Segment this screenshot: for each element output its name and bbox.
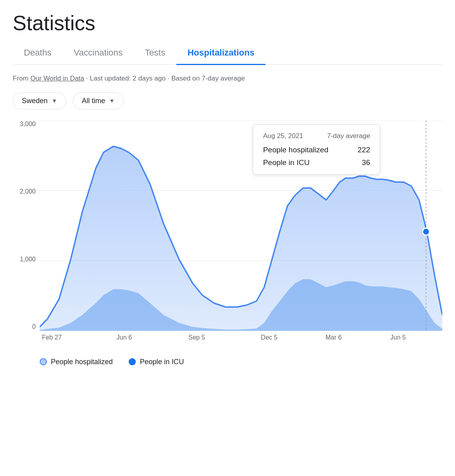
y-label-2000: 2,000 [20, 188, 36, 195]
filters: Sweden ▼ All time ▼ [13, 92, 442, 109]
tooltip-value-0: 222 [358, 146, 370, 154]
y-label-0: 0 [32, 323, 36, 330]
x-label-jun5: Jun 5 [390, 334, 406, 341]
chart-svg-container: Aug 25, 2021 7-day average People hospit… [40, 121, 442, 331]
x-label-jun6: Jun 6 [116, 334, 132, 341]
legend-label-icu: People in ICU [140, 358, 184, 366]
source-suffix: · Last updated: 2 days ago · Based on 7-… [84, 75, 245, 82]
tab-hospitalizations[interactable]: Hospitalizations [176, 42, 266, 64]
time-arrow: ▼ [109, 98, 115, 104]
legend-label-hospitalized: People hospitalized [51, 358, 113, 366]
source-prefix: From [13, 75, 30, 82]
x-label-mar6: Mar 6 [326, 334, 342, 341]
source-link[interactable]: Our World in Data [30, 75, 84, 82]
tab-tests[interactable]: Tests [134, 42, 176, 64]
x-label-dec5: Dec 5 [261, 334, 278, 341]
chart-wrapper: 3,000 2,000 1,000 0 [13, 121, 442, 351]
source-info: From Our World in Data · Last updated: 2… [13, 73, 442, 84]
tooltip-header: Aug 25, 2021 7-day average [263, 132, 370, 140]
x-axis: Feb 27 Jun 6 Sep 5 Dec 5 Mar 6 Jun 5 [40, 331, 442, 351]
tooltip-row-1: People in ICU 36 [263, 158, 370, 167]
tooltip-label-1: People in ICU [263, 158, 309, 167]
tabs-container: Deaths Vaccinations Tests Hospitalizatio… [13, 42, 442, 65]
tooltip-label-0: People hospitalized [263, 146, 328, 154]
tooltip-row-0: People hospitalized 222 [263, 146, 370, 154]
y-label-3000: 3,000 [20, 121, 36, 128]
chart-area: 3,000 2,000 1,000 0 [13, 121, 442, 366]
tab-vaccinations[interactable]: Vaccinations [63, 42, 134, 64]
legend-dot-icu [129, 358, 136, 365]
time-label: All time [82, 97, 105, 105]
tooltip-date: Aug 25, 2021 [263, 132, 303, 140]
y-axis: 3,000 2,000 1,000 0 [13, 121, 40, 331]
country-arrow: ▼ [52, 98, 57, 104]
tooltip-value-1: 36 [362, 158, 370, 167]
chart-dot [422, 228, 430, 235]
legend-item-icu: People in ICU [129, 358, 184, 366]
legend-dot-hospitalized [40, 358, 47, 365]
tooltip-type: 7-day average [327, 132, 370, 140]
country-filter[interactable]: Sweden ▼ [13, 92, 66, 109]
chart-svg [40, 121, 442, 331]
legend: People hospitalized People in ICU [13, 358, 442, 366]
page-title: Statistics [13, 11, 442, 35]
x-label-sep5: Sep 5 [189, 334, 205, 341]
x-label-feb27: Feb 27 [42, 334, 62, 341]
y-label-1000: 1,000 [20, 256, 36, 263]
time-filter[interactable]: All time ▼ [73, 92, 124, 109]
tab-deaths[interactable]: Deaths [13, 42, 63, 64]
country-label: Sweden [22, 97, 48, 105]
legend-item-hospitalized: People hospitalized [40, 358, 113, 366]
tooltip: Aug 25, 2021 7-day average People hospit… [253, 125, 380, 175]
